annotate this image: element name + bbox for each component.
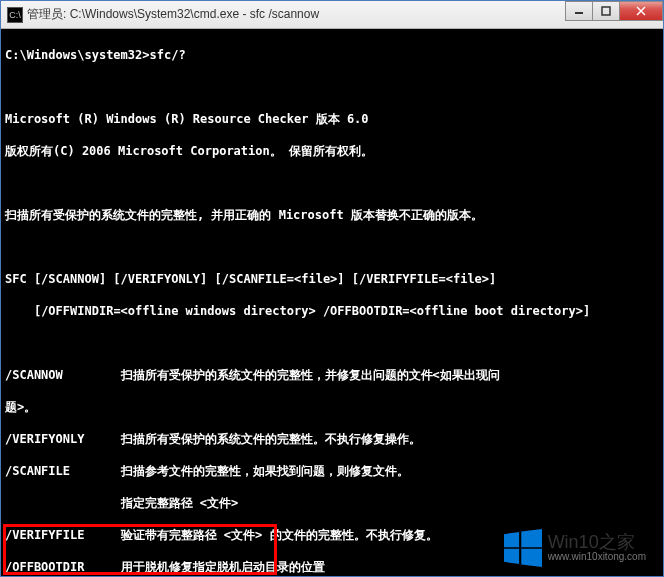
maximize-button[interactable] xyxy=(592,1,620,21)
watermark-url: www.win10xitong.com xyxy=(548,552,646,563)
output-line: 版权所有(C) 2006 Microsoft Corporation。 保留所有… xyxy=(5,143,659,159)
output-line: /SCANNOW 扫描所有受保护的系统文件的完整性，并修复出问题的文件<如果出现… xyxy=(5,367,659,383)
window-controls xyxy=(566,1,663,21)
output-line: SFC [/SCANNOW] [/VERIFYONLY] [/SCANFILE=… xyxy=(5,271,659,287)
output-line: /SCANFILE 扫描参考文件的完整性，如果找到问题，则修复文件。 xyxy=(5,463,659,479)
output-line: /VERIFYONLY 扫描所有受保护的系统文件的完整性。不执行修复操作。 xyxy=(5,431,659,447)
blank-line xyxy=(5,239,659,255)
svg-rect-1 xyxy=(602,7,610,15)
close-icon xyxy=(636,6,646,16)
output-line: 指定完整路径 <文件> xyxy=(5,495,659,511)
close-button[interactable] xyxy=(619,1,663,21)
output-line: Microsoft (R) Windows (R) Resource Check… xyxy=(5,111,659,127)
titlebar[interactable]: C:\ 管理员: C:\Windows\System32\cmd.exe - s… xyxy=(1,1,663,29)
blank-line xyxy=(5,79,659,95)
watermark-title: Win10之家 xyxy=(548,533,646,552)
blank-line xyxy=(5,175,659,191)
cmd-window: C:\ 管理员: C:\Windows\System32\cmd.exe - s… xyxy=(0,0,664,577)
console-output[interactable]: C:\Windows\system32>sfc/? Microsoft (R) … xyxy=(1,29,663,576)
output-line: 题>。 xyxy=(5,399,659,415)
blank-line xyxy=(5,335,659,351)
cmd-icon: C:\ xyxy=(7,7,23,23)
windows-logo-icon xyxy=(504,529,542,567)
maximize-icon xyxy=(601,6,611,16)
minimize-button[interactable] xyxy=(565,1,593,21)
watermark: Win10之家 www.win10xitong.com xyxy=(504,529,646,567)
output-line: [/OFFWINDIR=<offline windows directory> … xyxy=(5,303,659,319)
prompt-line: C:\Windows\system32>sfc/? xyxy=(5,47,659,63)
watermark-text: Win10之家 www.win10xitong.com xyxy=(548,533,646,562)
window-title: 管理员: C:\Windows\System32\cmd.exe - sfc /… xyxy=(27,6,319,23)
minimize-icon xyxy=(574,6,584,16)
output-line: 扫描所有受保护的系统文件的完整性, 并用正确的 Microsoft 版本替换不正… xyxy=(5,207,659,223)
